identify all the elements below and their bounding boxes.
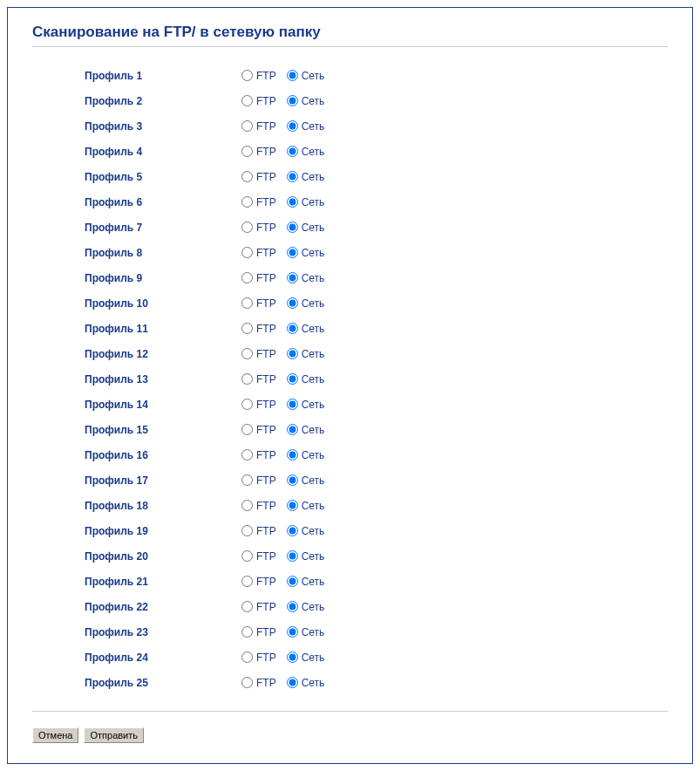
profile-label: Профиль 10 xyxy=(85,297,241,310)
radio-ftp[interactable] xyxy=(241,95,253,106)
radio-ftp[interactable] xyxy=(241,297,253,309)
radio-network[interactable] xyxy=(287,146,298,157)
radio-ftp-label: FTP xyxy=(256,146,276,158)
radio-ftp[interactable] xyxy=(241,196,253,208)
radio-network[interactable] xyxy=(287,550,298,562)
radio-network-label: Сеть xyxy=(302,95,325,107)
radio-network-label: Сеть xyxy=(302,297,325,310)
radio-ftp[interactable] xyxy=(241,525,253,536)
profile-row: Профиль 10FTPСеть xyxy=(85,290,668,316)
radio-group: FTPСеть xyxy=(241,626,331,638)
radio-group: FTPСеть xyxy=(241,550,331,563)
profile-row: Профиль 11FTPСеть xyxy=(85,316,668,341)
radio-network[interactable] xyxy=(287,652,298,663)
profile-label: Профиль 25 xyxy=(85,677,241,689)
radio-network[interactable] xyxy=(287,297,298,309)
profile-row: Профиль 1FTPСеть xyxy=(85,63,668,88)
radio-network[interactable] xyxy=(287,272,298,283)
radio-group: FTPСеть xyxy=(241,474,331,487)
cancel-button[interactable]: Отмена xyxy=(32,727,78,743)
radio-network[interactable] xyxy=(287,399,298,410)
profile-label: Профиль 7 xyxy=(85,222,241,234)
radio-network[interactable] xyxy=(287,196,298,208)
submit-button[interactable]: Отправить xyxy=(84,727,144,743)
radio-ftp-label: FTP xyxy=(256,525,276,537)
main-panel: Сканирование на FTP/ в сетевую папку Про… xyxy=(7,7,693,764)
profile-label: Профиль 21 xyxy=(85,576,241,588)
radio-ftp[interactable] xyxy=(241,247,253,258)
profile-row: Профиль 17FTPСеть xyxy=(85,467,668,493)
page-title: Сканирование на FTP/ в сетевую папку xyxy=(32,24,668,41)
radio-network-label: Сеть xyxy=(302,222,325,234)
radio-ftp[interactable] xyxy=(241,677,253,688)
radio-ftp-label: FTP xyxy=(256,677,276,689)
radio-group: FTPСеть xyxy=(241,196,331,208)
radio-network-label: Сеть xyxy=(302,120,325,133)
radio-network[interactable] xyxy=(287,525,298,536)
profile-row: Профиль 4FTPСеть xyxy=(85,139,668,164)
radio-ftp-label: FTP xyxy=(256,348,276,360)
profile-label: Профиль 8 xyxy=(85,247,241,259)
profile-label: Профиль 9 xyxy=(85,272,241,284)
radio-ftp[interactable] xyxy=(241,550,253,562)
radio-ftp[interactable] xyxy=(241,323,253,334)
radio-ftp-label: FTP xyxy=(256,95,276,107)
radio-ftp[interactable] xyxy=(241,500,253,511)
profile-row: Профиль 6FTPСеть xyxy=(85,189,668,215)
radio-ftp[interactable] xyxy=(241,146,253,157)
radio-network[interactable] xyxy=(287,601,298,612)
profile-row: Профиль 8FTPСеть xyxy=(85,240,668,265)
radio-group: FTPСеть xyxy=(241,576,331,588)
radio-ftp[interactable] xyxy=(241,576,253,587)
radio-network-label: Сеть xyxy=(302,677,325,689)
radio-network[interactable] xyxy=(287,120,298,132)
radio-ftp[interactable] xyxy=(241,474,253,486)
radio-ftp[interactable] xyxy=(241,171,253,182)
radio-network[interactable] xyxy=(287,500,298,511)
radio-network[interactable] xyxy=(287,70,298,81)
radio-ftp[interactable] xyxy=(241,272,253,283)
profile-row: Профиль 13FTPСеть xyxy=(85,366,668,392)
radio-group: FTPСеть xyxy=(241,677,331,689)
radio-network[interactable] xyxy=(287,373,298,385)
radio-ftp[interactable] xyxy=(241,449,253,461)
radio-ftp[interactable] xyxy=(241,348,253,359)
radio-ftp[interactable] xyxy=(241,70,253,81)
radio-group: FTPСеть xyxy=(241,500,331,512)
radio-network[interactable] xyxy=(287,474,298,486)
radio-network[interactable] xyxy=(287,449,298,461)
radio-network[interactable] xyxy=(287,95,298,106)
radio-network-label: Сеть xyxy=(302,449,325,461)
radio-network[interactable] xyxy=(287,171,298,182)
radio-ftp[interactable] xyxy=(241,222,253,233)
radio-network[interactable] xyxy=(287,626,298,638)
profile-label: Профиль 24 xyxy=(85,652,241,664)
radio-ftp-label: FTP xyxy=(256,222,276,234)
radio-network[interactable] xyxy=(287,247,298,258)
radio-ftp-label: FTP xyxy=(256,601,276,613)
profile-label: Профиль 3 xyxy=(85,120,241,133)
profile-row: Профиль 12FTPСеть xyxy=(85,341,668,366)
radio-network[interactable] xyxy=(287,222,298,233)
radio-network[interactable] xyxy=(287,424,298,435)
radio-ftp[interactable] xyxy=(241,399,253,410)
radio-network[interactable] xyxy=(287,576,298,587)
radio-ftp[interactable] xyxy=(241,424,253,435)
radio-network[interactable] xyxy=(287,677,298,688)
radio-group: FTPСеть xyxy=(241,171,331,183)
profile-row: Профиль 3FTPСеть xyxy=(85,113,668,139)
profile-row: Профиль 25FTPСеть xyxy=(85,670,668,695)
radio-group: FTPСеть xyxy=(241,399,331,411)
radio-ftp[interactable] xyxy=(241,373,253,385)
radio-ftp-label: FTP xyxy=(256,550,276,563)
radio-network-label: Сеть xyxy=(302,424,325,436)
radio-ftp[interactable] xyxy=(241,652,253,663)
radio-ftp[interactable] xyxy=(241,601,253,612)
radio-ftp[interactable] xyxy=(241,120,253,132)
radio-ftp[interactable] xyxy=(241,626,253,638)
radio-network[interactable] xyxy=(287,323,298,334)
profile-row: Профиль 24FTPСеть xyxy=(85,645,668,670)
radio-network[interactable] xyxy=(287,348,298,359)
radio-ftp-label: FTP xyxy=(256,626,276,638)
profile-label: Профиль 20 xyxy=(85,550,241,563)
